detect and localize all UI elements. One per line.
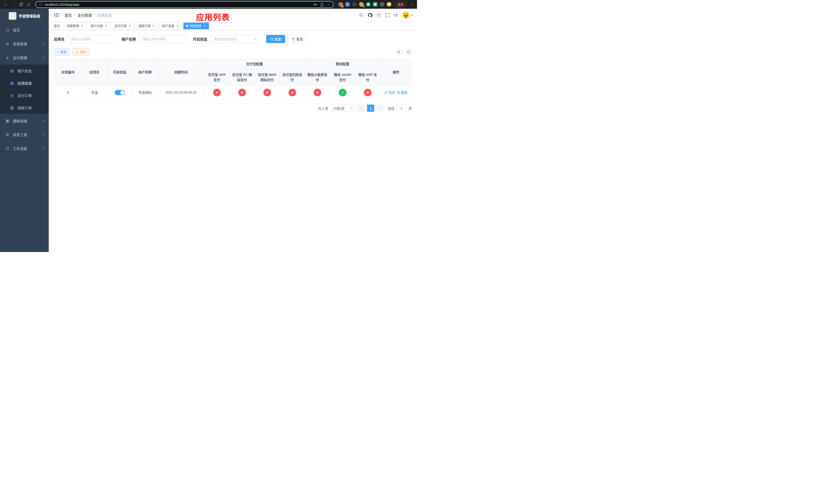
- close-icon[interactable]: [176, 24, 179, 28]
- prev-page-button[interactable]: ‹: [357, 105, 365, 112]
- search-button[interactable]: 搜索: [266, 35, 285, 43]
- top-navbar: 首页 / 支付管理 / 应用信息 ? TT: [49, 9, 417, 22]
- apps-table: 应用编号 应用名 开启状态 商户名称 创建时间 支付宝配置 微信配置 操作 支付…: [54, 59, 412, 99]
- close-icon[interactable]: [128, 24, 132, 28]
- header-search-icon[interactable]: [359, 13, 364, 17]
- close-icon[interactable]: [203, 24, 206, 28]
- wechat-jsapi-status-icon: ✓: [339, 89, 347, 96]
- github-icon[interactable]: [368, 13, 372, 18]
- extension-profile-icon[interactable]: 1: [359, 2, 364, 7]
- extensions-zone: 10 1 ‿: [338, 2, 391, 7]
- browser-back-button[interactable]: ←: [2, 1, 9, 8]
- reset-button[interactable]: 重置: [288, 35, 307, 43]
- sidebar-item-infrastructure[interactable]: ▣ 基础设施: [0, 114, 49, 128]
- tab-label: 流程表单: [67, 24, 79, 28]
- export-button[interactable]: 导出: [72, 48, 89, 55]
- share-icon[interactable]: [320, 3, 324, 6]
- tab-user-group[interactable]: 用户分组: [88, 23, 110, 29]
- page-size-select[interactable]: 10条/页: [331, 105, 355, 112]
- goto-page-input[interactable]: [396, 105, 407, 112]
- sidebar-item-refund-order[interactable]: ▧ 退款订单: [0, 101, 49, 114]
- delete-button[interactable]: 删除: [397, 90, 408, 95]
- site-info-icon[interactable]: i: [39, 3, 43, 6]
- sidebar-item-merchant-info[interactable]: ▤ 商户信息: [0, 65, 49, 77]
- app-name-label: 应用名: [54, 37, 65, 42]
- col-create-time: 创建时间: [158, 59, 204, 86]
- col-app-id: 应用编号: [54, 59, 82, 86]
- tab-refund-order[interactable]: 退款订单: [136, 23, 158, 29]
- close-icon[interactable]: [152, 24, 155, 28]
- next-page-button[interactable]: ›: [376, 105, 384, 112]
- app-name-input[interactable]: [68, 35, 114, 43]
- browser-forward-button[interactable]: →: [10, 1, 17, 8]
- sidebar: 芋道管理系统 ◷ 首页 ⚙ 系统管理 ¥ 支付管理 ▤ 商户信息: [0, 9, 49, 252]
- col-wechat-app: 微信 APP 支付: [355, 69, 380, 86]
- sidebar-collapse-button[interactable]: [53, 12, 61, 18]
- browser-update-button[interactable]: 更新: [394, 1, 407, 8]
- wechat-mini-status-icon: ×: [314, 89, 321, 96]
- close-icon[interactable]: [104, 24, 108, 28]
- payment-submenu: ▤ 商户信息 ▦ 应用信息 ◎ 支付订单 ▧ 退款订单: [0, 65, 49, 114]
- extension-emoji-icon[interactable]: ‿: [387, 2, 391, 7]
- extension-dark-icon[interactable]: [352, 2, 357, 7]
- sidebar-item-label: 支付管理: [13, 55, 27, 60]
- cell-merchant-name: 芋道源码: [133, 86, 158, 99]
- cell-app-name: 芋道: [82, 86, 107, 99]
- help-icon[interactable]: ?: [377, 13, 381, 18]
- extension-pinwheel-icon[interactable]: [380, 2, 385, 7]
- merchant-name-label: 商户名称: [122, 37, 136, 42]
- search-icon: [397, 50, 400, 53]
- tab-label: 支付订单: [114, 24, 127, 28]
- close-icon[interactable]: [80, 24, 84, 28]
- pencil-icon: [385, 91, 388, 94]
- sidebar-item-system[interactable]: ⚙ 系统管理: [0, 37, 49, 51]
- tab-label: 退款订单: [138, 24, 151, 28]
- breadcrumb-payment[interactable]: 支付管理: [78, 13, 92, 18]
- edit-button[interactable]: 修改: [385, 90, 395, 95]
- font-size-icon[interactable]: TT: [394, 13, 398, 18]
- page-1-button[interactable]: 1: [367, 105, 374, 112]
- show-search-toggle-button[interactable]: [395, 48, 402, 55]
- extension-wechat-icon[interactable]: [366, 2, 371, 7]
- fullscreen-icon[interactable]: [386, 13, 390, 17]
- browser-home-button[interactable]: ⌂: [25, 1, 32, 8]
- bookmark-star-icon[interactable]: ☆: [327, 2, 330, 6]
- sidebar-item-label: 首页: [13, 27, 20, 32]
- merchant-name-input[interactable]: [139, 35, 186, 43]
- password-key-icon[interactable]: [313, 3, 317, 6]
- browser-menu-icon[interactable]: ⋮: [408, 2, 415, 6]
- sidebar-item-dev-tools[interactable]: ⊞ 研发工具: [0, 128, 49, 141]
- sidebar-item-label: 退款订单: [18, 105, 32, 110]
- add-button[interactable]: + 新增: [54, 48, 70, 55]
- tab-pay-order[interactable]: 支付订单: [112, 23, 134, 29]
- logo-rabbit-icon: [9, 12, 16, 20]
- address-bar[interactable]: i localhost:1024/pay/app ☆: [36, 1, 334, 8]
- cell-app-id: 6: [54, 86, 82, 99]
- tab-process-form[interactable]: 流程表单: [64, 23, 86, 29]
- sidebar-item-home[interactable]: ◷ 首页: [0, 23, 49, 37]
- col-actions: 操作: [380, 59, 412, 86]
- app-logo[interactable]: 芋道管理系统: [0, 9, 49, 23]
- sidebar-item-workflow[interactable]: ⊡ 工作流程: [0, 141, 49, 155]
- user-avatar[interactable]: [402, 11, 413, 19]
- tab-app-info[interactable]: 应用信息: [183, 23, 209, 29]
- status-select[interactable]: [210, 35, 259, 43]
- status-toggle[interactable]: [115, 90, 125, 95]
- url-text[interactable]: localhost:1024/pay/app: [45, 3, 311, 6]
- trash-icon: [397, 91, 400, 94]
- sidebar-item-app-info[interactable]: ▦ 应用信息: [0, 77, 49, 89]
- breadcrumb-home[interactable]: 首页: [65, 13, 72, 18]
- refresh-table-button[interactable]: [405, 48, 412, 55]
- col-alipay-wap: 支付宝 WAP 网站支付: [255, 69, 280, 86]
- extension-drop-icon[interactable]: [345, 2, 350, 7]
- sidebar-item-pay-order[interactable]: ◎ 支付订单: [0, 89, 49, 101]
- gear-icon: ⚙: [5, 42, 10, 46]
- col-status: 开启状态: [107, 59, 133, 86]
- tab-merchant-info[interactable]: 商户信息: [159, 23, 182, 29]
- extension-chat-icon[interactable]: [373, 2, 377, 7]
- sidebar-item-payment[interactable]: ¥ 支付管理: [0, 51, 49, 65]
- infrastructure-icon: ▣: [5, 118, 10, 123]
- tab-home[interactable]: 首页: [51, 23, 63, 29]
- extension-puzzle-icon[interactable]: 10: [338, 2, 343, 7]
- browser-refresh-button[interactable]: [18, 1, 25, 8]
